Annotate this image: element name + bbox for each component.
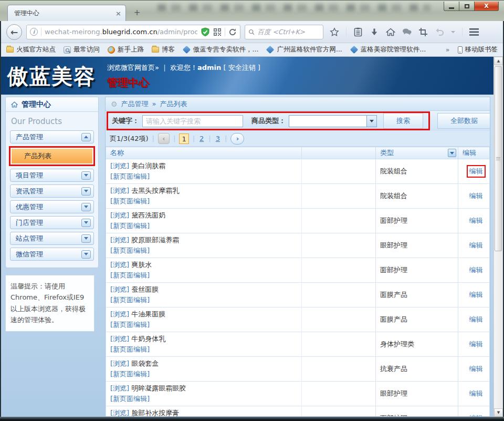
scrollbar-thumb[interactable] bbox=[495, 66, 502, 251]
browse-link[interactable]: [浏览] bbox=[110, 409, 129, 417]
edit-link[interactable]: 编辑 bbox=[469, 192, 483, 200]
browse-link[interactable]: [浏览] bbox=[110, 211, 129, 219]
new-page-edit-link[interactable]: [新页面编辑] bbox=[110, 321, 150, 328]
bookmark-item[interactable]: 火狐官方站点 bbox=[6, 45, 56, 54]
browse-link[interactable]: [浏览] bbox=[110, 360, 129, 367]
url-text[interactable]: wechat-meirong.bluegrid.com.cn/admin/pro… bbox=[45, 28, 197, 36]
scroll-down-icon[interactable]: ▼ bbox=[494, 408, 503, 417]
undo-icon[interactable] bbox=[435, 27, 444, 37]
bookmarks-panel-icon[interactable] bbox=[353, 27, 363, 37]
chevron-down-icon[interactable] bbox=[81, 234, 91, 243]
new-page-edit-link[interactable]: [新页面编辑] bbox=[110, 296, 150, 304]
downloads-icon[interactable] bbox=[370, 27, 379, 37]
select-dropdown-icon[interactable] bbox=[366, 116, 376, 127]
browser-search-box[interactable] bbox=[245, 25, 323, 39]
back-button[interactable]: ← bbox=[6, 24, 22, 40]
chevron-down-icon[interactable] bbox=[81, 171, 91, 180]
edit-link[interactable]: 编辑 bbox=[469, 365, 483, 373]
site-info-icon[interactable]: i bbox=[30, 28, 38, 36]
sidebar-item[interactable]: 站点管理 bbox=[10, 232, 94, 245]
new-page-edit-link[interactable]: [新页面编辑] bbox=[110, 370, 150, 378]
new-page-edit-link[interactable]: [新页面编辑] bbox=[110, 247, 150, 254]
chevron-down-icon[interactable] bbox=[81, 187, 91, 196]
product-name-cell: [浏览] 爽肤水[新页面编辑] bbox=[106, 258, 376, 283]
bookmark-label: 最常访问 bbox=[74, 45, 100, 54]
edit-link[interactable]: 编辑 bbox=[469, 266, 483, 274]
keyword-input[interactable] bbox=[142, 115, 243, 127]
close-button[interactable]: X bbox=[475, 2, 499, 11]
browser-search-input[interactable] bbox=[257, 28, 320, 36]
browse-site-link[interactable]: 浏览微官网首页» bbox=[107, 64, 159, 71]
all-data-button[interactable]: 全部数据 bbox=[437, 113, 490, 129]
browse-link[interactable]: [浏览] bbox=[110, 335, 129, 343]
bookmark-item[interactable]: 蓝格美容院管理软件... bbox=[350, 45, 426, 54]
chevron-down-icon[interactable] bbox=[81, 203, 91, 211]
maximize-button[interactable] bbox=[459, 2, 475, 11]
bookmark-item[interactable]: 移动版书签 bbox=[458, 45, 498, 54]
bookmark-item[interactable]: 最常访问 bbox=[64, 45, 100, 54]
page-button-2[interactable]: 2 bbox=[198, 135, 205, 142]
bookmark-star-icon[interactable] bbox=[330, 27, 339, 37]
sidebar-item[interactable]: 微信管理 bbox=[10, 248, 94, 261]
sidebar-item[interactable]: 项目管理 bbox=[10, 169, 94, 182]
edit-link[interactable]: 编辑 bbox=[469, 340, 483, 348]
bookmarks-bar: 火狐官方站点最常访问新手上路博客傲蓝专营专卖软件，...广州蓝格软件官方网...… bbox=[1, 43, 503, 57]
sidebar-subitem-active[interactable]: 产品列表 bbox=[12, 149, 92, 163]
bookmark-item[interactable]: » bbox=[446, 46, 450, 54]
edit-link[interactable]: 编辑 bbox=[469, 315, 483, 323]
shield-icon[interactable] bbox=[201, 27, 210, 37]
type-filter-dropdown-icon[interactable] bbox=[448, 149, 456, 157]
home-icon[interactable] bbox=[386, 27, 395, 37]
tab-close-icon[interactable]: × bbox=[116, 9, 121, 17]
url-bar[interactable]: i wechat-meirong.bluegrid.com.cn/admin/p… bbox=[26, 25, 240, 39]
product-type-select[interactable] bbox=[289, 115, 377, 127]
menu-icon[interactable] bbox=[469, 27, 479, 37]
bookmark-item[interactable]: 傲蓝专营专卖软件，... bbox=[183, 45, 258, 54]
browse-link[interactable]: [浏览] bbox=[110, 162, 129, 170]
browse-link[interactable]: [浏览] bbox=[110, 261, 129, 269]
new-page-edit-link[interactable]: [新页面编辑] bbox=[110, 345, 150, 353]
bookmark-item[interactable]: 博客 bbox=[152, 45, 175, 54]
browse-link[interactable]: [浏览] bbox=[110, 236, 129, 244]
sidebar-item[interactable]: 产品管理 bbox=[10, 130, 94, 143]
browse-link[interactable]: [浏览] bbox=[110, 187, 129, 194]
edit-link[interactable]: 编辑 bbox=[469, 389, 483, 397]
crop-icon[interactable] bbox=[418, 27, 428, 37]
reload-icon[interactable] bbox=[228, 28, 237, 36]
new-page-edit-link[interactable]: [新页面编辑] bbox=[110, 222, 150, 230]
undo-dropdown-icon[interactable] bbox=[451, 31, 455, 33]
vertical-scrollbar[interactable]: ▲ ▼ bbox=[494, 57, 503, 417]
browse-link[interactable]: [浏览] bbox=[110, 384, 129, 392]
next-page-button[interactable]: › bbox=[230, 133, 244, 145]
minimize-button[interactable] bbox=[444, 2, 459, 11]
browse-link[interactable]: [浏览] bbox=[110, 285, 129, 293]
sidebar-item[interactable]: 资讯管理 bbox=[10, 184, 94, 198]
breadcrumb-section[interactable]: 产品管理 bbox=[121, 99, 149, 109]
page-button-3[interactable]: 3 bbox=[215, 135, 221, 142]
chat-icon[interactable] bbox=[402, 27, 412, 37]
new-page-edit-link[interactable]: [新页面编辑] bbox=[110, 271, 150, 279]
browse-link[interactable]: [浏览] bbox=[110, 310, 129, 318]
new-tab-button[interactable]: + bbox=[130, 8, 144, 18]
page-button-1[interactable]: 1 bbox=[179, 134, 188, 144]
edit-link[interactable]: 编辑 bbox=[469, 241, 483, 249]
scroll-up-icon[interactable]: ▲ bbox=[494, 57, 503, 65]
browser-tab[interactable]: 管理中心 × bbox=[7, 5, 126, 22]
edit-link[interactable]: 编辑 bbox=[469, 291, 483, 299]
new-page-edit-link[interactable]: [新页面编辑] bbox=[110, 395, 150, 403]
logout-link[interactable]: [ 安全注销 ] bbox=[223, 64, 260, 71]
chevron-down-icon[interactable] bbox=[81, 250, 91, 259]
bookmark-item[interactable]: 新手上路 bbox=[108, 45, 144, 54]
chevron-up-icon[interactable] bbox=[81, 133, 91, 141]
bookmark-item[interactable]: 广州蓝格软件官方网... bbox=[266, 45, 342, 54]
new-page-edit-link[interactable]: [新页面编辑] bbox=[110, 172, 150, 180]
sidebar-item[interactable]: 优惠管理 bbox=[10, 200, 94, 213]
qr-code-icon[interactable] bbox=[213, 28, 222, 36]
sidebar-item[interactable]: 门店管理 bbox=[10, 216, 94, 229]
new-page-edit-link[interactable]: [新页面编辑] bbox=[110, 197, 150, 205]
search-button[interactable]: 搜索 bbox=[383, 113, 423, 129]
chevron-down-icon[interactable] bbox=[81, 219, 91, 227]
prev-page-button[interactable]: ‹ bbox=[158, 133, 170, 144]
edit-link[interactable]: 编辑 bbox=[469, 217, 483, 224]
edit-link-annotated[interactable]: 编辑 bbox=[467, 165, 486, 178]
